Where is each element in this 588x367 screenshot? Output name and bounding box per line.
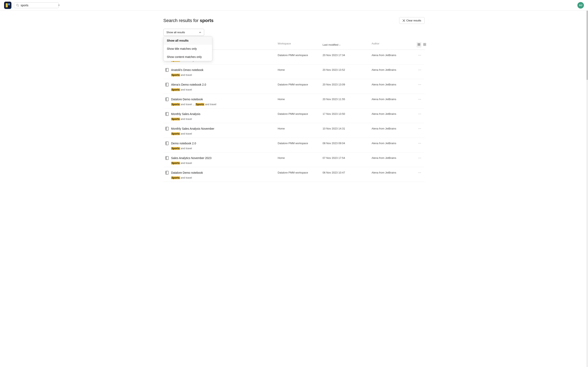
result-name: Alena's Demo notebook 2.0 bbox=[171, 83, 206, 86]
svg-rect-44 bbox=[165, 142, 168, 145]
result-name: Monthly Sales Analysis bbox=[171, 112, 200, 116]
svg-rect-34 bbox=[165, 112, 168, 116]
notebook-icon bbox=[165, 127, 169, 131]
result-date: 17 Nov 2023 13:50 bbox=[321, 112, 370, 115]
more-options-button[interactable]: ··· bbox=[416, 155, 423, 161]
result-name-cell: Datalore Demo notebook bbox=[163, 97, 276, 101]
result-name-cell: Anatolii's Dmeo notebook bbox=[163, 68, 276, 72]
app-logo bbox=[4, 2, 11, 9]
result-name-cell: Datalore Demo notebook bbox=[163, 171, 276, 175]
result-date: 10 Nov 2023 14:31 bbox=[321, 127, 370, 130]
svg-rect-19 bbox=[165, 68, 168, 72]
filter-section: Show all results Show all results Show t… bbox=[163, 29, 425, 36]
page-title-keyword: sports bbox=[200, 18, 214, 23]
highlight-text: Sports bbox=[171, 74, 180, 76]
result-workspace: Datalore PMM workspace bbox=[276, 142, 321, 145]
svg-rect-54 bbox=[165, 171, 168, 174]
col-last-modified[interactable]: Last modified ↓ bbox=[321, 42, 370, 48]
svg-rect-29 bbox=[165, 98, 168, 101]
clear-results-button[interactable]: Clear results bbox=[399, 17, 425, 24]
grid-icon bbox=[423, 43, 426, 46]
result-snippet: Sports and travel bbox=[163, 161, 425, 165]
result-date: 20 Nov 2023 11:55 bbox=[321, 98, 370, 101]
clear-search-button[interactable]: × bbox=[58, 4, 60, 7]
col-author: Author bbox=[370, 42, 415, 48]
topbar-left: × bbox=[4, 2, 59, 9]
list-view-button[interactable] bbox=[416, 42, 421, 48]
table-row: Demo notebook 2.0 Datalore PMM workspace… bbox=[163, 138, 425, 152]
x-icon bbox=[403, 19, 405, 22]
more-options-button[interactable]: ··· bbox=[416, 125, 423, 132]
result-author: Alena from JetBrains bbox=[370, 156, 415, 159]
svg-line-4 bbox=[18, 6, 19, 7]
svg-rect-24 bbox=[165, 83, 168, 86]
user-avatar[interactable]: AJ bbox=[577, 2, 584, 8]
filter-dropdown-button[interactable]: Show all results bbox=[163, 29, 204, 36]
notebook-icon bbox=[165, 156, 169, 160]
highlight-text: Sports bbox=[171, 132, 180, 135]
filter-option-all[interactable]: Show all results bbox=[164, 36, 212, 45]
more-options-button[interactable]: ··· bbox=[416, 96, 423, 102]
result-date: 20 Nov 2023 17:34 bbox=[321, 54, 370, 57]
topbar: × AJ bbox=[0, 0, 588, 11]
page-title: Search results for sports bbox=[163, 18, 214, 23]
svg-rect-13 bbox=[425, 45, 426, 46]
more-options-button[interactable]: ··· bbox=[416, 111, 423, 117]
svg-rect-2 bbox=[8, 3, 10, 5]
result-name: Sales Analytics November 2023 bbox=[171, 156, 212, 160]
view-toggles bbox=[416, 42, 423, 48]
col-actions bbox=[415, 42, 425, 48]
filter-option-content[interactable]: Show content matches only bbox=[164, 53, 212, 61]
svg-rect-12 bbox=[424, 45, 424, 46]
result-name: Datalore Demo notebook bbox=[171, 98, 203, 101]
result-author: Alena from JetBrains bbox=[370, 142, 415, 145]
highlight-text: Sports bbox=[171, 88, 180, 91]
result-author: Alena from JetBrains bbox=[370, 83, 415, 86]
table-row: Sales Analytics November 2023 Home 07 No… bbox=[163, 152, 425, 167]
search-input[interactable] bbox=[21, 4, 56, 7]
scrollbar-thumb[interactable] bbox=[587, 11, 588, 80]
highlight-text: Sports bbox=[171, 176, 180, 179]
filter-option-title[interactable]: Show title matches only bbox=[164, 45, 212, 53]
result-author: Alena from JetBrains bbox=[370, 127, 415, 130]
highlight-text: Sports bbox=[171, 103, 180, 106]
chevron-up-icon bbox=[199, 32, 201, 33]
result-date: 20 Nov 2023 13:09 bbox=[321, 83, 370, 86]
notebook-icon bbox=[165, 97, 169, 101]
more-options-button[interactable]: ··· bbox=[416, 82, 423, 87]
grid-view-button[interactable] bbox=[422, 42, 427, 48]
result-author: Alena from JetBrains bbox=[370, 68, 415, 71]
table-row: Anatolii's Dmeo notebook Home 20 Nov 202… bbox=[163, 64, 425, 79]
more-options-button[interactable]: ··· bbox=[416, 67, 423, 73]
result-name-cell: Monthly Sales Analysis November bbox=[163, 127, 276, 131]
result-workspace: Datalore PMM workspace bbox=[276, 83, 321, 86]
result-date: 08 Nov 2023 09:04 bbox=[321, 142, 370, 145]
result-name: Datalore Demo notebook bbox=[171, 171, 203, 174]
svg-rect-10 bbox=[424, 43, 424, 44]
more-options-button[interactable]: ··· bbox=[416, 52, 423, 58]
result-author: Alena from JetBrains bbox=[370, 98, 415, 101]
filter-selected-label: Show all results bbox=[166, 31, 185, 34]
svg-rect-11 bbox=[425, 43, 426, 44]
list-icon bbox=[417, 43, 421, 46]
notebook-icon bbox=[165, 171, 169, 175]
more-options-button[interactable]: ··· bbox=[416, 140, 423, 146]
notebook-icon bbox=[165, 68, 169, 72]
result-name-cell: Alena's Demo notebook 2.0 bbox=[163, 83, 276, 87]
search-bar: × bbox=[14, 2, 59, 8]
result-name: Anatolii's Dmeo notebook bbox=[171, 68, 203, 72]
result-workspace: Home bbox=[276, 127, 321, 130]
highlight-text: Sports bbox=[171, 162, 180, 165]
result-name: Monthly Sales Analysis November bbox=[171, 127, 214, 130]
more-options-button[interactable]: ··· bbox=[416, 170, 423, 175]
highlight-text: Sports bbox=[171, 147, 180, 150]
svg-rect-1 bbox=[6, 3, 8, 7]
result-snippet: Sports and travel bbox=[163, 87, 425, 91]
table-row: Alena's Demo notebook 2.0 Datalore PMM w… bbox=[163, 79, 425, 94]
page-title-prefix: Search results for bbox=[163, 18, 200, 23]
table-row: Datalore Demo notebook Datalore PMM work… bbox=[163, 167, 425, 182]
notebook-icon bbox=[165, 141, 169, 145]
results-table: Workspace Last modified ↓ Author bbox=[163, 40, 425, 182]
svg-rect-39 bbox=[165, 127, 168, 130]
notebook-icon bbox=[165, 83, 169, 87]
